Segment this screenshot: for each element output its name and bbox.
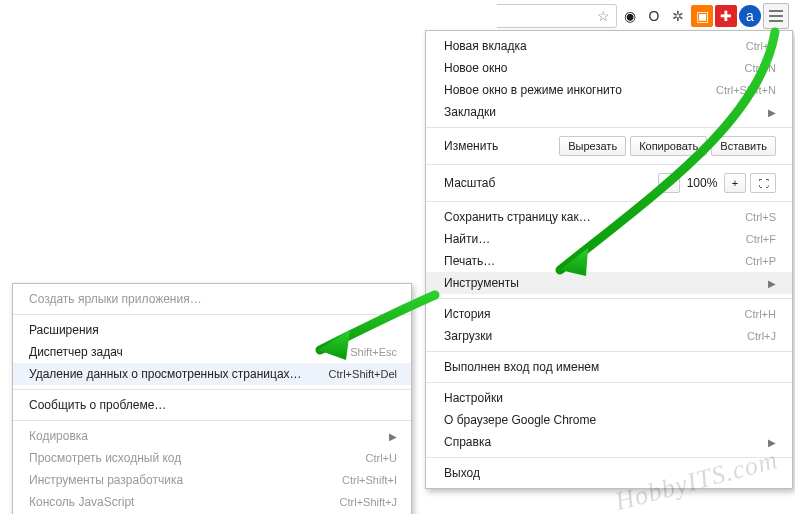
ext-a-icon[interactable]: a <box>739 5 761 27</box>
separator <box>426 382 792 383</box>
label: Новое окно в режиме инкогнито <box>444 83 622 97</box>
shortcut: Ctrl+S <box>745 211 776 223</box>
menu-history[interactable]: История Ctrl+H <box>426 303 792 325</box>
shortcut: Ctrl+T <box>746 40 776 52</box>
ext-plus-icon[interactable]: ✚ <box>715 5 737 27</box>
label: Печать… <box>444 254 495 268</box>
sub-create-shortcuts[interactable]: Создать ярлыки приложения… <box>13 288 411 310</box>
fullscreen-button[interactable]: ⛶ <box>750 173 776 193</box>
label: Выход <box>444 466 480 480</box>
chevron-right-icon: ▶ <box>760 107 776 118</box>
label: Консоль JavaScript <box>29 495 134 509</box>
separator <box>426 351 792 352</box>
shortcut: Ctrl+J <box>747 330 776 342</box>
menu-save-page[interactable]: Сохранить страницу как… Ctrl+S <box>426 206 792 228</box>
shortcut: Ctrl+Shift+J <box>340 496 397 508</box>
label: Новое окно <box>444 61 508 75</box>
label: Масштаб <box>444 176 495 190</box>
paste-button[interactable]: Вставить <box>711 136 776 156</box>
ext-eye-icon[interactable]: ◉ <box>619 5 641 27</box>
chevron-right-icon: ▶ <box>760 278 776 289</box>
label: Инструменты разработчика <box>29 473 183 487</box>
menu-print[interactable]: Печать… Ctrl+P <box>426 250 792 272</box>
sub-encoding[interactable]: Кодировка ▶ <box>13 425 411 447</box>
label: О браузере Google Chrome <box>444 413 596 427</box>
sub-report-issue[interactable]: Сообщить о проблеме… <box>13 394 411 416</box>
label: Диспетчер задач <box>29 345 123 359</box>
menu-downloads[interactable]: Загрузки Ctrl+J <box>426 325 792 347</box>
label: Сохранить страницу как… <box>444 210 591 224</box>
shortcut: Shift+Esc <box>350 346 397 358</box>
cut-button[interactable]: Вырезать <box>559 136 626 156</box>
star-icon[interactable]: ☆ <box>597 8 610 24</box>
menu-incognito[interactable]: Новое окно в режиме инкогнито Ctrl+Shift… <box>426 79 792 101</box>
separator <box>426 164 792 165</box>
separator <box>13 314 411 315</box>
label: Расширения <box>29 323 99 337</box>
ext-bug-icon[interactable]: ✲ <box>667 5 689 27</box>
shortcut: Ctrl+U <box>366 452 397 464</box>
menu-tools[interactable]: Инструменты ▶ <box>426 272 792 294</box>
label: Закладки <box>444 105 496 119</box>
sub-extensions[interactable]: Расширения <box>13 319 411 341</box>
shortcut: Ctrl+Shift+N <box>716 84 776 96</box>
menu-find[interactable]: Найти… Ctrl+F <box>426 228 792 250</box>
label: История <box>444 307 491 321</box>
main-menu: Новая вкладка Ctrl+T Новое окно Ctrl+N Н… <box>425 30 793 489</box>
menu-exit[interactable]: Выход <box>426 462 792 484</box>
chevron-right-icon: ▶ <box>760 437 776 448</box>
menu-about[interactable]: О браузере Google Chrome <box>426 409 792 431</box>
tools-submenu: Создать ярлыки приложения… Расширения Ди… <box>12 283 412 514</box>
sub-dev-tools[interactable]: Инструменты разработчика Ctrl+Shift+I <box>13 469 411 491</box>
label: Справка <box>444 435 491 449</box>
separator <box>13 389 411 390</box>
shortcut: Ctrl+H <box>745 308 776 320</box>
omnibox-tail[interactable]: ☆ <box>497 4 617 28</box>
menu-signed-in[interactable]: Выполнен вход под именем <box>426 356 792 378</box>
label: Удаление данных о просмотренных страница… <box>29 367 302 381</box>
ext-opera-icon[interactable]: O <box>643 5 665 27</box>
separator <box>13 420 411 421</box>
zoom-in-button[interactable]: + <box>724 173 746 193</box>
separator <box>426 298 792 299</box>
menu-new-window[interactable]: Новое окно Ctrl+N <box>426 57 792 79</box>
shortcut: Ctrl+Shift+I <box>342 474 397 486</box>
menu-edit-row: Изменить Вырезать Копировать Вставить <box>426 132 792 160</box>
menu-zoom-row: Масштаб – 100% + ⛶ <box>426 169 792 197</box>
label: Новая вкладка <box>444 39 527 53</box>
zoom-out-button[interactable]: – <box>658 173 680 193</box>
label: Найти… <box>444 232 490 246</box>
menu-new-tab[interactable]: Новая вкладка Ctrl+T <box>426 35 792 57</box>
label: Кодировка <box>29 429 88 443</box>
label: Изменить <box>444 139 498 153</box>
label: Просмотреть исходный код <box>29 451 181 465</box>
separator <box>426 201 792 202</box>
label: Настройки <box>444 391 503 405</box>
separator <box>426 457 792 458</box>
chevron-right-icon: ▶ <box>381 431 397 442</box>
separator <box>426 127 792 128</box>
label: Создать ярлыки приложения… <box>29 292 202 306</box>
sub-task-manager[interactable]: Диспетчер задач Shift+Esc <box>13 341 411 363</box>
label: Выполнен вход под именем <box>444 360 599 374</box>
sub-clear-browsing-data[interactable]: Удаление данных о просмотренных страница… <box>13 363 411 385</box>
copy-button[interactable]: Копировать <box>630 136 707 156</box>
zoom-value: 100% <box>684 176 720 190</box>
browser-toolbar: ☆ ◉O✲▣✚a <box>495 2 791 30</box>
label: Инструменты <box>444 276 519 290</box>
shortcut: Ctrl+Shift+Del <box>329 368 397 380</box>
shortcut: Ctrl+P <box>745 255 776 267</box>
menu-button[interactable] <box>763 3 789 29</box>
shortcut: Ctrl+F <box>746 233 776 245</box>
menu-settings[interactable]: Настройки <box>426 387 792 409</box>
ext-rss-icon[interactable]: ▣ <box>691 5 713 27</box>
shortcut: Ctrl+N <box>745 62 776 74</box>
menu-help[interactable]: Справка ▶ <box>426 431 792 453</box>
label: Загрузки <box>444 329 492 343</box>
menu-bookmarks[interactable]: Закладки ▶ <box>426 101 792 123</box>
sub-view-source[interactable]: Просмотреть исходный код Ctrl+U <box>13 447 411 469</box>
label: Сообщить о проблеме… <box>29 398 166 412</box>
sub-js-console[interactable]: Консоль JavaScript Ctrl+Shift+J <box>13 491 411 513</box>
